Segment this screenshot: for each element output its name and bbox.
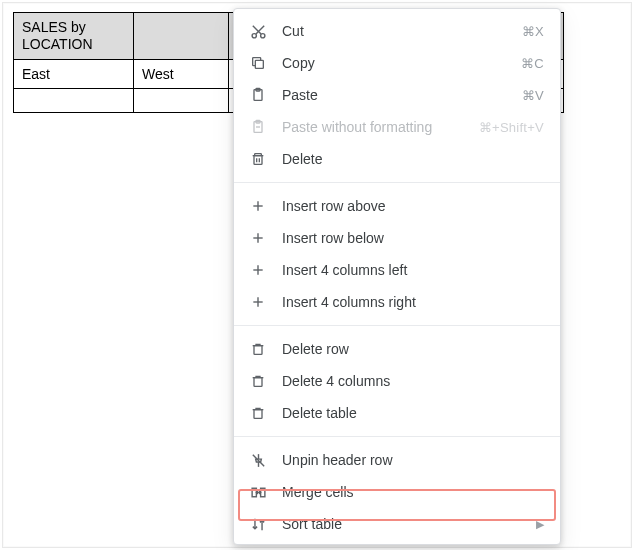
svg-rect-4 (255, 60, 263, 68)
menu-item-unpin-header-row[interactable]: Unpin header row (234, 444, 560, 476)
svg-rect-21 (254, 346, 262, 355)
table-cell[interactable] (14, 88, 134, 112)
menu-shortcut: ⌘C (521, 56, 544, 71)
menu-item-delete-row[interactable]: Delete row (234, 333, 560, 365)
svg-point-0 (252, 33, 256, 37)
trash-icon (248, 403, 268, 423)
menu-item-label: Delete 4 columns (282, 373, 544, 389)
svg-rect-23 (254, 410, 262, 419)
merge-cells-icon (248, 482, 268, 502)
menu-item-label: Cut (282, 23, 522, 39)
menu-separator (234, 436, 560, 437)
menu-item-insert-row-below[interactable]: Insert row below (234, 222, 560, 254)
paste-icon (248, 85, 268, 105)
menu-item-label: Insert 4 columns left (282, 262, 544, 278)
unpin-icon (248, 450, 268, 470)
svg-rect-10 (254, 156, 262, 165)
plus-icon (248, 228, 268, 248)
document-area: SALES by LOCATION East West Cut (2, 2, 632, 548)
sort-icon (248, 514, 268, 534)
menu-item-label: Unpin header row (282, 452, 544, 468)
menu-shortcut: ⌘+Shift+V (479, 120, 544, 135)
menu-shortcut: ⌘V (522, 88, 544, 103)
menu-item-delete-table[interactable]: Delete table (234, 397, 560, 429)
table-cell[interactable]: West (134, 59, 229, 88)
svg-rect-22 (254, 378, 262, 387)
menu-item-label: Delete (282, 151, 544, 167)
menu-item-merge-cells[interactable]: Merge cells (234, 476, 560, 508)
menu-item-label: Delete row (282, 341, 544, 357)
menu-item-label: Delete table (282, 405, 544, 421)
menu-item-insert-columns-right[interactable]: Insert 4 columns right (234, 286, 560, 318)
table-cell[interactable]: East (14, 59, 134, 88)
menu-item-cut[interactable]: Cut ⌘X (234, 15, 560, 47)
menu-item-paste-without-formatting: Paste without formatting ⌘+Shift+V (234, 111, 560, 143)
paste-plain-icon (248, 117, 268, 137)
table-header-label[interactable]: SALES by LOCATION (14, 13, 134, 60)
menu-item-label: Insert row above (282, 198, 544, 214)
table-header-cell[interactable] (134, 13, 229, 60)
menu-item-label: Insert 4 columns right (282, 294, 544, 310)
plus-icon (248, 260, 268, 280)
menu-item-label: Paste without formatting (282, 119, 479, 135)
menu-item-insert-row-above[interactable]: Insert row above (234, 190, 560, 222)
menu-item-label: Copy (282, 55, 521, 71)
menu-item-copy[interactable]: Copy ⌘C (234, 47, 560, 79)
menu-item-label: Sort table (282, 516, 536, 532)
menu-item-label: Insert row below (282, 230, 544, 246)
menu-separator (234, 182, 560, 183)
table-cell[interactable] (134, 88, 229, 112)
trash-icon (248, 339, 268, 359)
menu-shortcut: ⌘X (522, 24, 544, 39)
plus-icon (248, 292, 268, 312)
menu-item-delete[interactable]: Delete (234, 143, 560, 175)
plus-icon (248, 196, 268, 216)
delete-icon (248, 149, 268, 169)
copy-icon (248, 53, 268, 73)
menu-item-delete-columns[interactable]: Delete 4 columns (234, 365, 560, 397)
menu-item-insert-columns-left[interactable]: Insert 4 columns left (234, 254, 560, 286)
menu-item-paste[interactable]: Paste ⌘V (234, 79, 560, 111)
menu-item-label: Merge cells (282, 484, 544, 500)
menu-item-label: Paste (282, 87, 522, 103)
context-menu: Cut ⌘X Copy ⌘C Paste ⌘V Paste without fo… (233, 8, 561, 545)
svg-point-1 (260, 33, 264, 37)
menu-item-sort-table[interactable]: Sort table ▶ (234, 508, 560, 540)
cut-icon (248, 21, 268, 41)
menu-separator (234, 325, 560, 326)
trash-icon (248, 371, 268, 391)
submenu-caret-icon: ▶ (536, 518, 544, 531)
